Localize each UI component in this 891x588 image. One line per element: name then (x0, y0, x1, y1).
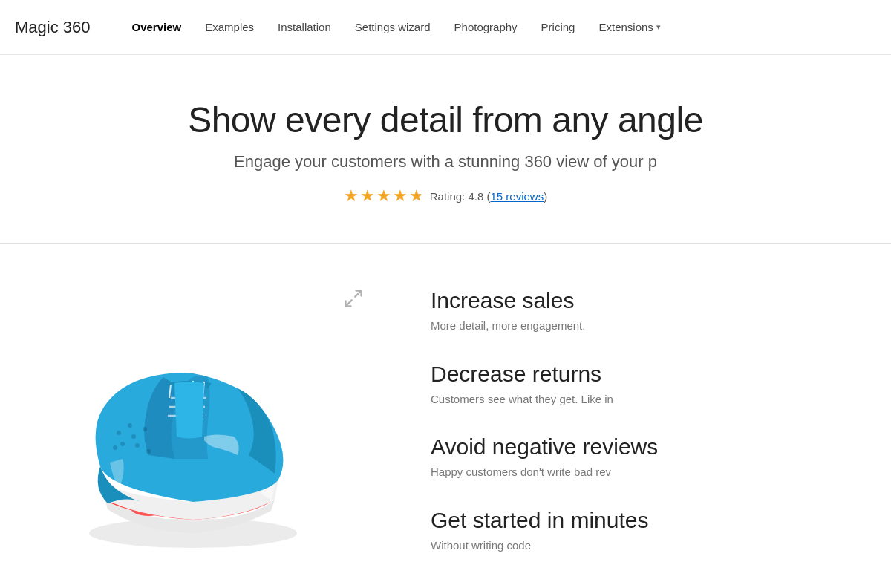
feature-title-decrease-returns: Decrease returns (431, 362, 861, 387)
hero-section: Show every detail from any angle Engage … (0, 55, 891, 235)
star-2: ★ (360, 186, 375, 206)
extensions-label: Extensions (598, 21, 653, 33)
feature-desc-increase-sales: More detail, more engagement. (431, 318, 861, 335)
main-content: Increase sales More detail, more engagem… (0, 251, 891, 588)
nav-item-overview[interactable]: Overview (120, 0, 194, 55)
svg-point-19 (113, 445, 117, 450)
reviews-link[interactable]: 15 reviews (491, 190, 544, 203)
nav-item-pricing[interactable]: Pricing (529, 0, 587, 55)
hero-title: Show every detail from any angle (15, 99, 876, 140)
feature-avoid-negative-reviews: Avoid negative reviews Happy customers d… (431, 434, 861, 481)
feature-title-avoid-negative-reviews: Avoid negative reviews (431, 434, 861, 460)
product-viewer (30, 273, 386, 588)
feature-desc-avoid-negative-reviews: Happy customers don't write bad rev (431, 464, 861, 481)
star-5-half: ★ ★ (409, 186, 424, 206)
expand-button[interactable] (343, 288, 364, 312)
svg-point-16 (128, 423, 132, 428)
svg-point-15 (146, 449, 151, 454)
feature-desc-decrease-returns: Customers see what they get. Like in (431, 391, 861, 408)
feature-decrease-returns: Decrease returns Customers see what they… (431, 362, 861, 408)
feature-title-increase-sales: Increase sales (431, 288, 861, 313)
star-rating: ★ ★ ★ ★ ★ ★ (344, 186, 424, 206)
feature-increase-sales: Increase sales More detail, more engagem… (431, 288, 861, 335)
shoe-image-container (59, 318, 386, 573)
shoe-image (59, 318, 327, 570)
nav-item-examples[interactable]: Examples (193, 0, 266, 55)
nav-item-installation[interactable]: Installation (266, 0, 343, 55)
nav-item-extensions[interactable]: Extensions ▾ (587, 0, 672, 55)
header: Magic 360 Overview Examples Installation… (0, 0, 891, 55)
logo[interactable]: Magic 360 (15, 18, 91, 37)
hero-subtitle: Engage your customers with a stunning 36… (15, 152, 876, 172)
divider (0, 243, 891, 244)
star-3: ★ (376, 186, 391, 206)
svg-point-17 (117, 431, 121, 435)
feature-title-get-started: Get started in minutes (431, 508, 861, 533)
chevron-down-icon: ▾ (656, 22, 661, 32)
rating-value: Rating: 4.8 (430, 190, 484, 203)
rating-text: Rating: 4.8 (15 reviews) (430, 190, 547, 203)
star-4: ★ (393, 186, 408, 206)
nav-item-photography[interactable]: Photography (443, 0, 529, 55)
svg-point-18 (120, 442, 125, 446)
features-list: Increase sales More detail, more engagem… (431, 273, 861, 581)
nav-item-settings-wizard[interactable]: Settings wizard (343, 0, 443, 55)
svg-point-13 (143, 427, 147, 431)
feature-desc-get-started: Without writing code (431, 538, 861, 555)
svg-point-12 (131, 434, 136, 439)
rating-row: ★ ★ ★ ★ ★ ★ Rating: 4.8 (15 reviews) (15, 186, 876, 206)
navigation: Overview Examples Installation Settings … (120, 0, 673, 55)
feature-get-started: Get started in minutes Without writing c… (431, 508, 861, 555)
star-1: ★ (344, 186, 359, 206)
svg-point-14 (135, 443, 140, 448)
